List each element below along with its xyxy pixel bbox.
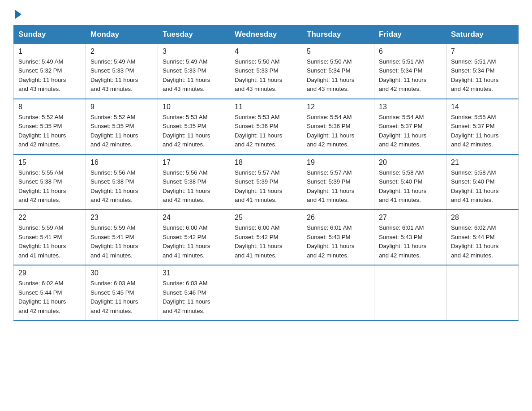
day-detail: Sunrise: 5:54 AMSunset: 5:37 PMDaylight:… bbox=[379, 113, 442, 150]
day-detail: Sunrise: 5:49 AMSunset: 5:32 PMDaylight:… bbox=[18, 57, 81, 94]
logo bbox=[13, 9, 21, 17]
day-detail: Sunrise: 6:01 AMSunset: 5:43 PMDaylight:… bbox=[379, 223, 442, 260]
day-number: 22 bbox=[18, 214, 81, 222]
week-row: 29Sunrise: 6:02 AMSunset: 5:44 PMDayligh… bbox=[14, 265, 519, 321]
calendar-cell: 13Sunrise: 5:54 AMSunset: 5:37 PMDayligh… bbox=[374, 99, 446, 154]
calendar-cell: 7Sunrise: 5:51 AMSunset: 5:34 PMDaylight… bbox=[446, 44, 519, 99]
day-detail: Sunrise: 5:59 AMSunset: 5:41 PMDaylight:… bbox=[18, 223, 81, 260]
calendar-body: 1Sunrise: 5:49 AMSunset: 5:32 PMDaylight… bbox=[14, 44, 519, 321]
header-cell-monday: Monday bbox=[86, 26, 158, 44]
day-detail: Sunrise: 5:49 AMSunset: 5:33 PMDaylight:… bbox=[90, 57, 153, 94]
day-number: 26 bbox=[307, 214, 369, 222]
calendar-cell: 12Sunrise: 5:54 AMSunset: 5:36 PMDayligh… bbox=[302, 99, 374, 154]
day-detail: Sunrise: 5:58 AMSunset: 5:40 PMDaylight:… bbox=[379, 168, 442, 205]
day-number: 11 bbox=[235, 103, 297, 111]
calendar-header: SundayMondayTuesdayWednesdayThursdayFrid… bbox=[14, 26, 519, 44]
calendar-cell: 30Sunrise: 6:03 AMSunset: 5:45 PMDayligh… bbox=[86, 265, 158, 321]
day-detail: Sunrise: 6:02 AMSunset: 5:44 PMDaylight:… bbox=[451, 223, 514, 260]
calendar-cell: 5Sunrise: 5:50 AMSunset: 5:34 PMDaylight… bbox=[302, 44, 374, 99]
day-number: 7 bbox=[451, 47, 514, 56]
day-detail: Sunrise: 5:52 AMSunset: 5:35 PMDaylight:… bbox=[18, 113, 81, 150]
header-cell-friday: Friday bbox=[374, 26, 446, 44]
day-detail: Sunrise: 5:55 AMSunset: 5:38 PMDaylight:… bbox=[18, 168, 81, 205]
day-number: 28 bbox=[451, 214, 514, 222]
calendar-cell: 14Sunrise: 5:55 AMSunset: 5:37 PMDayligh… bbox=[446, 99, 519, 154]
day-detail: Sunrise: 5:58 AMSunset: 5:40 PMDaylight:… bbox=[451, 168, 514, 205]
calendar-cell: 4Sunrise: 5:50 AMSunset: 5:33 PMDaylight… bbox=[230, 44, 302, 99]
day-detail: Sunrise: 6:00 AMSunset: 5:42 PMDaylight:… bbox=[163, 223, 225, 260]
calendar-cell: 15Sunrise: 5:55 AMSunset: 5:38 PMDayligh… bbox=[14, 154, 86, 210]
page-header bbox=[13, 9, 519, 17]
day-number: 12 bbox=[307, 103, 369, 111]
day-number: 21 bbox=[451, 158, 514, 167]
calendar-cell: 21Sunrise: 5:58 AMSunset: 5:40 PMDayligh… bbox=[446, 154, 519, 210]
header-cell-thursday: Thursday bbox=[302, 26, 374, 44]
calendar-cell bbox=[446, 265, 519, 321]
calendar-cell: 6Sunrise: 5:51 AMSunset: 5:34 PMDaylight… bbox=[374, 44, 446, 99]
day-number: 25 bbox=[235, 214, 297, 222]
calendar-cell bbox=[302, 265, 374, 321]
header-cell-tuesday: Tuesday bbox=[158, 26, 230, 44]
day-number: 14 bbox=[451, 103, 514, 111]
calendar-cell bbox=[374, 265, 446, 321]
day-number: 19 bbox=[307, 158, 369, 167]
day-detail: Sunrise: 5:51 AMSunset: 5:34 PMDaylight:… bbox=[451, 57, 514, 94]
calendar-cell: 9Sunrise: 5:52 AMSunset: 5:35 PMDaylight… bbox=[86, 99, 158, 154]
day-detail: Sunrise: 5:56 AMSunset: 5:38 PMDaylight:… bbox=[90, 168, 153, 205]
calendar-cell: 23Sunrise: 5:59 AMSunset: 5:41 PMDayligh… bbox=[86, 210, 158, 265]
calendar-cell: 26Sunrise: 6:01 AMSunset: 5:43 PMDayligh… bbox=[302, 210, 374, 265]
calendar-cell: 24Sunrise: 6:00 AMSunset: 5:42 PMDayligh… bbox=[158, 210, 230, 265]
day-detail: Sunrise: 5:53 AMSunset: 5:35 PMDaylight:… bbox=[163, 113, 225, 150]
calendar-cell: 18Sunrise: 5:57 AMSunset: 5:39 PMDayligh… bbox=[230, 154, 302, 210]
day-number: 24 bbox=[163, 214, 225, 222]
day-detail: Sunrise: 5:53 AMSunset: 5:36 PMDaylight:… bbox=[235, 113, 297, 150]
day-number: 27 bbox=[379, 214, 442, 222]
day-detail: Sunrise: 5:51 AMSunset: 5:34 PMDaylight:… bbox=[379, 57, 442, 94]
day-detail: Sunrise: 5:55 AMSunset: 5:37 PMDaylight:… bbox=[451, 113, 514, 150]
day-number: 18 bbox=[235, 158, 297, 167]
calendar-cell: 19Sunrise: 5:57 AMSunset: 5:39 PMDayligh… bbox=[302, 154, 374, 210]
calendar-cell: 2Sunrise: 5:49 AMSunset: 5:33 PMDaylight… bbox=[86, 44, 158, 99]
calendar-cell: 27Sunrise: 6:01 AMSunset: 5:43 PMDayligh… bbox=[374, 210, 446, 265]
day-detail: Sunrise: 5:50 AMSunset: 5:33 PMDaylight:… bbox=[235, 57, 297, 94]
calendar-cell: 20Sunrise: 5:58 AMSunset: 5:40 PMDayligh… bbox=[374, 154, 446, 210]
day-number: 6 bbox=[379, 47, 442, 56]
week-row: 22Sunrise: 5:59 AMSunset: 5:41 PMDayligh… bbox=[14, 210, 519, 265]
calendar-cell: 10Sunrise: 5:53 AMSunset: 5:35 PMDayligh… bbox=[158, 99, 230, 154]
day-detail: Sunrise: 6:01 AMSunset: 5:43 PMDaylight:… bbox=[307, 223, 369, 260]
calendar-cell: 22Sunrise: 5:59 AMSunset: 5:41 PMDayligh… bbox=[14, 210, 86, 265]
day-number: 8 bbox=[18, 103, 81, 111]
day-number: 2 bbox=[90, 47, 153, 56]
calendar-cell: 29Sunrise: 6:02 AMSunset: 5:44 PMDayligh… bbox=[14, 265, 86, 321]
day-number: 17 bbox=[163, 158, 225, 167]
day-number: 30 bbox=[90, 269, 153, 277]
day-detail: Sunrise: 5:57 AMSunset: 5:39 PMDaylight:… bbox=[307, 168, 369, 205]
header-cell-wednesday: Wednesday bbox=[230, 26, 302, 44]
day-number: 20 bbox=[379, 158, 442, 167]
logo-arrow-icon bbox=[15, 10, 21, 19]
day-detail: Sunrise: 6:02 AMSunset: 5:44 PMDaylight:… bbox=[18, 279, 81, 316]
calendar-cell: 25Sunrise: 6:00 AMSunset: 5:42 PMDayligh… bbox=[230, 210, 302, 265]
day-number: 15 bbox=[18, 158, 81, 167]
calendar-cell: 3Sunrise: 5:49 AMSunset: 5:33 PMDaylight… bbox=[158, 44, 230, 99]
day-number: 4 bbox=[235, 47, 297, 56]
day-detail: Sunrise: 5:59 AMSunset: 5:41 PMDaylight:… bbox=[90, 223, 153, 260]
calendar-table: SundayMondayTuesdayWednesdayThursdayFrid… bbox=[13, 25, 519, 321]
day-number: 9 bbox=[90, 103, 153, 111]
day-detail: Sunrise: 6:03 AMSunset: 5:45 PMDaylight:… bbox=[90, 279, 153, 316]
day-detail: Sunrise: 5:54 AMSunset: 5:36 PMDaylight:… bbox=[307, 113, 369, 150]
day-number: 13 bbox=[379, 103, 442, 111]
calendar-cell: 11Sunrise: 5:53 AMSunset: 5:36 PMDayligh… bbox=[230, 99, 302, 154]
calendar-cell: 31Sunrise: 6:03 AMSunset: 5:46 PMDayligh… bbox=[158, 265, 230, 321]
day-number: 10 bbox=[163, 103, 225, 111]
week-row: 15Sunrise: 5:55 AMSunset: 5:38 PMDayligh… bbox=[14, 154, 519, 210]
day-detail: Sunrise: 6:03 AMSunset: 5:46 PMDaylight:… bbox=[163, 279, 225, 316]
calendar-cell: 8Sunrise: 5:52 AMSunset: 5:35 PMDaylight… bbox=[14, 99, 86, 154]
calendar-cell bbox=[230, 265, 302, 321]
day-detail: Sunrise: 5:49 AMSunset: 5:33 PMDaylight:… bbox=[163, 57, 225, 94]
header-cell-sunday: Sunday bbox=[14, 26, 86, 44]
day-number: 5 bbox=[307, 47, 369, 56]
day-number: 31 bbox=[163, 269, 225, 277]
day-detail: Sunrise: 5:56 AMSunset: 5:38 PMDaylight:… bbox=[163, 168, 225, 205]
calendar-cell: 1Sunrise: 5:49 AMSunset: 5:32 PMDaylight… bbox=[14, 44, 86, 99]
